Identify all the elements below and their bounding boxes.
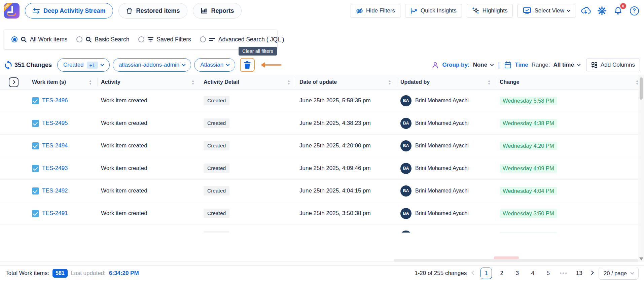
total-work-items-badge: 581	[52, 269, 68, 278]
time-accent-label: Time	[515, 62, 528, 68]
activity-detail-badge: Created	[204, 96, 229, 105]
pagination-pages: 12345•••13	[480, 268, 585, 279]
help-icon[interactable]: ?	[629, 5, 640, 16]
column-header-work-items[interactable]: Work item (s) ▲▼	[29, 77, 98, 87]
radio-saved-filters[interactable]: Saved Filters	[138, 36, 191, 43]
hide-filters-button[interactable]: Hide Filters	[351, 4, 400, 17]
time-range-value[interactable]: All time	[553, 62, 574, 68]
sort-icon[interactable]: ▲▼	[388, 79, 391, 85]
user-name: Brini Mohamed Ayachi	[415, 143, 469, 149]
vertical-scrollbar[interactable]	[638, 75, 644, 262]
user-name: Brini Mohamed Ayachi	[415, 165, 469, 171]
date-cell: June 25th 2025, 4:20:00 pm	[296, 142, 397, 149]
column-header-activity[interactable]: Activity ▲▼	[98, 77, 200, 87]
pagination-page-2[interactable]: 2	[496, 268, 507, 279]
activity-cell: Work item created	[98, 165, 200, 172]
work-item-link[interactable]: TES-2496	[42, 97, 68, 104]
activity-detail-badge: Created	[204, 141, 229, 150]
sort-icon[interactable]: ▲▼	[488, 79, 491, 85]
chevron-down-icon	[100, 62, 104, 66]
avatar: BA	[400, 185, 412, 197]
filter-bar: 351 Changes Created +1 atlassian-addons-…	[0, 57, 644, 73]
settings-gear-icon[interactable]	[596, 5, 608, 16]
cloud-download-icon[interactable]	[580, 5, 592, 16]
calendar-icon	[504, 61, 511, 69]
expand-all-button[interactable]	[9, 77, 19, 87]
clear-filters-button[interactable]	[240, 58, 255, 72]
chevron-down-icon	[567, 8, 570, 12]
filter-project-dropdown[interactable]: Atlassian	[194, 58, 235, 72]
table-row: TES-2491 Work item created Created June …	[0, 202, 644, 225]
filter-created-dropdown[interactable]: Created +1	[57, 58, 110, 72]
chevron-down-icon	[182, 62, 185, 66]
changes-count: 351 Changes	[14, 62, 52, 69]
column-header-change[interactable]: Change ▲▼	[496, 77, 644, 87]
add-columns-button[interactable]: Add Columns	[586, 59, 640, 71]
table-row: TES-2495 Work item created Created June …	[0, 112, 644, 135]
table-row: TES-2496 Work item created Created June …	[0, 90, 644, 112]
work-item-link[interactable]: TES-2495	[42, 120, 68, 127]
pagination-page-13[interactable]: 13	[573, 268, 585, 279]
work-item-link[interactable]: TES-2494	[42, 142, 68, 149]
table-row: TES-2494 Work item created Created June …	[0, 135, 644, 157]
activity-detail-badge: Created	[204, 118, 229, 128]
activity-cell: Work item created	[98, 210, 200, 217]
chevron-down-icon[interactable]	[490, 62, 494, 66]
scrollbar-thumb[interactable]	[640, 77, 643, 100]
notification-bell-icon[interactable]: 0	[612, 5, 624, 16]
changes-table: Work item (s) ▲▼ Activity ▲▼ Activity De…	[0, 75, 644, 247]
trash-filled-icon	[244, 61, 251, 69]
pagination-page-5[interactable]: 5	[542, 268, 554, 279]
notification-count-badge: 0	[620, 3, 626, 9]
app-logo: PRO	[4, 3, 20, 19]
radio-selected-icon[interactable]	[11, 36, 17, 42]
avatar: BA	[400, 140, 412, 151]
column-header-date-of-update[interactable]: Date of update ▲▼	[296, 77, 397, 87]
sort-icon[interactable]: ▲▼	[191, 79, 194, 85]
nav-restored-items[interactable]: Restored items	[118, 3, 187, 19]
table-row: TES-2493 Work item created Created June …	[0, 157, 644, 180]
radio-basic-search[interactable]: Basic Search	[76, 36, 130, 43]
horizontal-scrollbar[interactable]	[394, 259, 638, 262]
work-item-link[interactable]: TES-2492	[42, 187, 68, 194]
chevron-down-icon[interactable]	[577, 62, 580, 66]
refresh-icon[interactable]	[4, 61, 12, 69]
nav-deep-activity-stream[interactable]: Deep Activitiy Stream	[25, 3, 113, 19]
scrollbar-down-arrow[interactable]	[639, 257, 643, 260]
pagination-page-3[interactable]: 3	[511, 268, 523, 279]
pagination-page-4[interactable]: 4	[527, 268, 538, 279]
radio-icon[interactable]	[200, 36, 206, 42]
avatar: BA	[400, 118, 412, 129]
activity-detail-badge: Created	[204, 164, 229, 173]
column-header-updated-by[interactable]: Updated by ▲▼	[397, 77, 496, 87]
radio-advanced-search-jql[interactable]: Advanced Search ( JQL )	[200, 36, 284, 43]
change-time-chip: Wednesday 4:09 PM	[500, 164, 557, 173]
group-by-value[interactable]: None	[473, 62, 488, 68]
activity-detail-badge: Created	[204, 186, 229, 196]
pagination-prev-icon[interactable]	[472, 273, 475, 274]
work-item-link[interactable]: TES-2493	[42, 165, 68, 172]
pagination-page-1[interactable]: 1	[480, 268, 492, 279]
page-size-select[interactable]: 20 / page	[599, 267, 639, 280]
radio-icon[interactable]	[76, 36, 82, 42]
table-header-row: Work item (s) ▲▼ Activity ▲▼ Activity De…	[0, 75, 644, 90]
filter-group-dropdown[interactable]: atlassian-addons-admin	[113, 58, 191, 72]
task-type-icon	[32, 187, 39, 195]
change-time-chip: Wednesday 5:58 PM	[500, 97, 557, 105]
select-view-dropdown[interactable]: Select View	[517, 4, 575, 17]
sort-icon[interactable]: ▲▼	[89, 79, 92, 85]
sort-icon[interactable]: ▲▼	[287, 79, 290, 85]
nav-reports[interactable]: Reports	[193, 3, 242, 19]
task-type-icon	[32, 142, 39, 149]
radio-all-work-items[interactable]: All Work items	[11, 36, 68, 43]
quick-insights-button[interactable]: Quick Insights	[405, 4, 462, 17]
task-type-icon	[32, 120, 39, 127]
highlights-button[interactable]: Highlights	[467, 4, 513, 17]
pagination-next-icon[interactable]	[590, 273, 593, 274]
work-item-link[interactable]: TES-2491	[42, 210, 68, 217]
swap-arrows-icon	[33, 8, 40, 14]
column-header-activity-detail[interactable]: Activity Detail ▲▼	[200, 77, 296, 87]
filter-lines-icon	[147, 37, 154, 42]
divider: |	[497, 61, 501, 69]
radio-icon[interactable]	[138, 36, 144, 42]
